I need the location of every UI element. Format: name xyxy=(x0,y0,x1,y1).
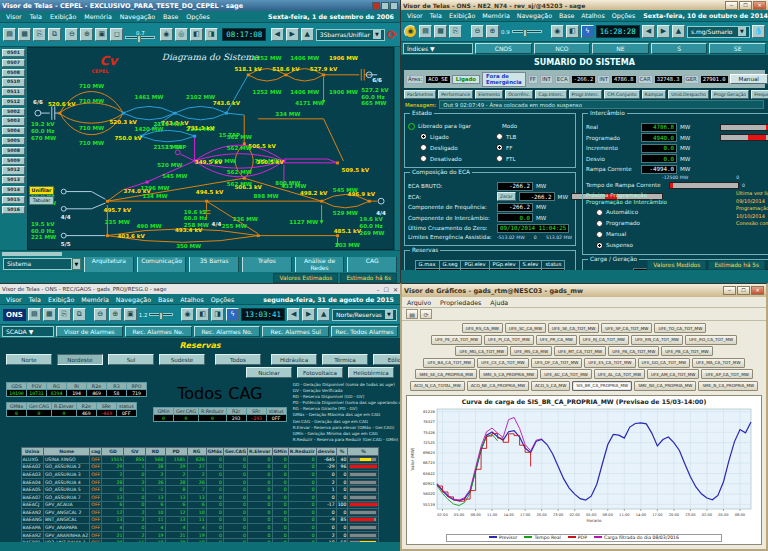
print-icon[interactable]: ⎘ xyxy=(58,308,71,321)
region-button-nordeste[interactable]: Nordeste xyxy=(57,354,103,365)
alarm-icon[interactable]: ◉ xyxy=(404,25,417,38)
zoom-slider[interactable] xyxy=(512,30,542,33)
bottom-tab-cag[interactable]: CAG xyxy=(347,255,397,273)
column-header-rd[interactable]: RD xyxy=(146,447,165,455)
horizontal-scrollbar[interactable] xyxy=(0,250,400,257)
function-button-progr-gera-o[interactable]: Progr.Geração xyxy=(711,90,749,99)
home-icon[interactable]: ▲ xyxy=(317,308,330,321)
zoom-in-icon[interactable]: ⊕ xyxy=(109,308,122,321)
area-value[interactable]: ACO_SE xyxy=(426,76,449,83)
home-icon[interactable]: ▲ xyxy=(672,25,685,38)
function-button-frequ-ncias[interactable]: Frequências xyxy=(751,90,768,99)
type-button-hidr-ulica[interactable]: Hidráulica xyxy=(271,354,317,365)
column-header-nome[interactable]: Nome xyxy=(43,447,89,455)
menu-item-arquivo[interactable]: Arquivo xyxy=(407,299,431,306)
menu-item-atalhos[interactable]: Atalhos xyxy=(180,296,203,303)
column-header-r-elevar[interactable]: R.Elevar xyxy=(247,447,272,455)
state-radio-desligado[interactable]: Desligado xyxy=(420,144,496,151)
drop-icon[interactable]: 💧 xyxy=(752,25,765,38)
series-button-sis-br-ca-propria-mw[interactable]: SIS_BR_CA_PROPRIA_MW xyxy=(572,381,632,391)
minimize-button[interactable]: – xyxy=(377,286,380,293)
series-button-ufe-ma-ca-tot-mw[interactable]: UFE_MA_CA_TOT_MW xyxy=(692,358,744,368)
series-button-ufe-sc-ca-mw[interactable]: UFE_SC_CA_MW xyxy=(505,323,546,333)
menu-item-exibi-o[interactable]: Exibição xyxy=(48,296,74,303)
sage-icon[interactable]: ϟ xyxy=(226,308,239,321)
state-radio-desativado[interactable]: Desativado xyxy=(420,155,496,162)
sound-icon[interactable]: ◧ xyxy=(196,308,209,321)
table-row[interactable]: BAEB01VB2_VNT BAHIA 1OFF291118291800000-… xyxy=(21,539,379,542)
bus-button-0507[interactable]: 0507 xyxy=(2,59,25,67)
table-row[interactable]: ALUXGUSINA XINGOOFF151585556015816260000… xyxy=(21,455,379,463)
mode-radio-ff[interactable]: FF xyxy=(496,144,572,151)
column-header-desvio[interactable]: desvio xyxy=(316,447,336,455)
bus-button-5003[interactable]: 5003 xyxy=(2,117,25,125)
screen-selector[interactable]: 3Sbarras/Unifilar ▼ xyxy=(316,29,385,41)
zoom-out-icon[interactable]: ⊖ xyxy=(65,28,78,41)
open-icon[interactable]: ▤ xyxy=(28,308,41,321)
load-curve-chart[interactable]: 5511958020609216382266723696247252575426… xyxy=(407,405,759,529)
menu-item-op-es[interactable]: Opções xyxy=(612,12,635,19)
type-button-nuclear[interactable]: Nuclear xyxy=(246,367,292,378)
series-button-ufe-to-ca-tot-mw[interactable]: UFE_TO_CA_TOT_MW xyxy=(654,323,706,333)
column-header-ger-cag[interactable]: Ger.CAG xyxy=(223,447,247,455)
column-header-cag[interactable]: cag xyxy=(90,447,102,455)
bus-button-5002[interactable]: 5002 xyxy=(2,108,25,116)
menu-item-exibi-o[interactable]: Exibição xyxy=(449,12,475,19)
series-button-ufe-rn-ca-tot-mw[interactable]: UFE_RN_CA_TOT_MW xyxy=(631,335,683,345)
state-radio-ligado[interactable]: Ligado xyxy=(420,133,496,140)
forward-icon[interactable]: ▶ xyxy=(657,25,670,38)
series-button-ufe-df-ca-tot-mw[interactable]: UFE_DF_CA_TOT_MW xyxy=(531,358,583,368)
bus-button-0508[interactable]: 0508 xyxy=(2,69,25,77)
mid-button-todos[interactable]: Todos xyxy=(177,384,222,403)
menu-item-atalhos[interactable]: Atalhos xyxy=(581,12,604,19)
type-button-fotovoltaica[interactable]: Fotovoltaica xyxy=(297,367,343,378)
bus-button-5009[interactable]: 5009 xyxy=(2,157,25,165)
home-icon[interactable]: ▲ xyxy=(301,28,314,41)
maximize-button[interactable]: ☐ xyxy=(739,1,752,10)
bottom-tab-trafos[interactable]: Trafos xyxy=(242,255,292,273)
open-icon[interactable]: ▤ xyxy=(3,28,16,41)
mode-radio-ftl[interactable]: FTL xyxy=(496,155,572,162)
title-bar[interactable]: Visor de Telas - ONS - NE2_N74 - rev_sj/… xyxy=(401,0,768,10)
diagram-canvas[interactable]: Diagrama do Sistema Cv CEPEL 710 MW710 M… xyxy=(27,47,394,250)
alarm-tab-rec-alarmes-sul[interactable]: Rec. Alarmes Sul xyxy=(262,326,329,337)
zoom-in-icon[interactable]: ⊕ xyxy=(80,28,93,41)
series-button-ufe-se-ca-tot-mw[interactable]: UFE_SE_CA_TOT_MW xyxy=(548,323,599,333)
bus-button-5013[interactable]: 5013 xyxy=(2,176,25,184)
series-button-sme-se-ca-propria-mw[interactable]: SME_SE_CA_PROPRIA_MW xyxy=(415,369,477,379)
bus-button-0511[interactable]: 0511 xyxy=(2,88,25,96)
function-button-performance[interactable]: Performance xyxy=(438,90,473,99)
print-icon[interactable]: ⎘ xyxy=(449,25,462,38)
function-button-progr-interc[interactable]: Progr.Interc. xyxy=(569,90,603,99)
menu-item-mem-ria[interactable]: Memória xyxy=(81,296,109,303)
chevron-down-icon[interactable]: ▼ xyxy=(72,258,81,270)
region-tab-nco[interactable]: NCO xyxy=(534,43,591,54)
menu-item-op-es[interactable]: Opções xyxy=(186,13,209,20)
zoom-fit-icon[interactable]: ▣ xyxy=(124,308,137,321)
title-bar[interactable]: Visor de Telas - ONS - REC/GAOS - gads_P… xyxy=(0,284,400,294)
region-tab-s[interactable]: S xyxy=(651,43,708,54)
series-button-ufe-sp-ca-tot-mw[interactable]: UFE_SP_CA_TOT_MW xyxy=(601,323,652,333)
series-button-sme-n-ca-propria-mw[interactable]: SME_N_CA_PROPRIA_MW xyxy=(698,381,758,391)
series-button-ufe-ap-ca-tot-mw[interactable]: UFE_AP_CA_TOT_MW xyxy=(701,369,752,379)
column-header-gm-n[interactable]: GMín xyxy=(272,447,288,455)
prog-radio-manual[interactable]: Manual xyxy=(596,231,736,238)
bottom-tab-arquitetura[interactable]: Arquitetura xyxy=(84,255,134,273)
menu-item-tela[interactable]: Tela xyxy=(430,12,442,19)
series-button-ufe-ce-ca-tot-mw[interactable]: UFE_CE_CA_TOT_MW xyxy=(477,358,529,368)
menu-item-navega-o[interactable]: Navegação xyxy=(120,13,155,20)
series-button-ufe-ac-ca-tot-mw[interactable]: UFE_AC_CA_TOT_MW xyxy=(540,369,592,379)
back-icon[interactable]: ◀ xyxy=(642,25,655,38)
sound-icon[interactable]: ◧ xyxy=(190,28,203,41)
bus-button-5015[interactable]: 5015 xyxy=(2,196,25,204)
title-bar[interactable]: Visor de Telas - CEPEL - EXCLUSIVO_PARA_… xyxy=(0,0,400,11)
forward-icon[interactable]: ▶ xyxy=(286,28,299,41)
screen-selector[interactable]: Norte/Reservas ▼ xyxy=(332,309,397,321)
zoom-slider[interactable] xyxy=(149,313,173,316)
zoom-in-icon[interactable]: ⊕ xyxy=(486,25,499,38)
bus-button-5005[interactable]: 5005 xyxy=(2,137,25,145)
menu-item-base[interactable]: Base xyxy=(559,12,574,19)
function-button-ocorr-nc[interactable]: Ocorrênc. xyxy=(505,90,533,99)
maximize-button[interactable]: ☐ xyxy=(737,286,750,295)
function-button-rampas[interactable]: Rampas xyxy=(642,90,667,99)
